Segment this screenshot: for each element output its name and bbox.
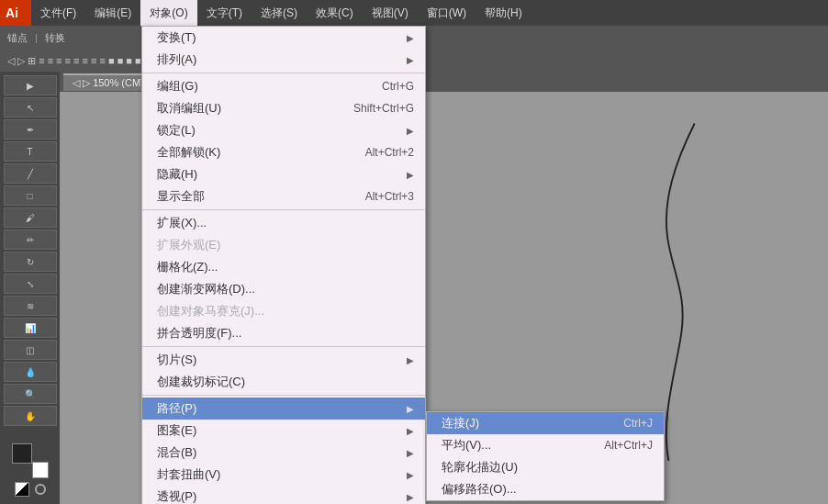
menu-envelope-label: 封套扭曲(V) — [157, 466, 220, 483]
menu-unlock-all-shortcut: Alt+Ctrl+2 — [365, 146, 414, 159]
menu-show-all-label: 显示全部 — [157, 188, 205, 205]
tool-zoom[interactable]: 🔍 — [4, 384, 57, 404]
menu-lock-label: 锁定(L) — [157, 122, 196, 139]
submenu-join[interactable]: 连接(J) Ctrl+J — [427, 412, 664, 434]
sep-4 — [142, 395, 425, 396]
menu-lock[interactable]: 锁定(L) ▶ — [142, 119, 425, 141]
menu-crop-marks-label: 创建裁切标记(C) — [157, 374, 245, 390]
menu-expand[interactable]: 扩展(X)... — [142, 212, 425, 234]
menu-unlock-all-label: 全部解锁(K) — [157, 144, 220, 161]
menu-expand-label: 扩展(X)... — [157, 215, 207, 231]
menu-file[interactable]: 文件(F) — [31, 0, 85, 26]
object-menu-dropdown: 变换(T) ▶ 排列(A) ▶ 编组(G) Ctrl+G 取消编组(U) Shi… — [141, 26, 426, 504]
color-swatches — [12, 443, 49, 500]
menu-group-label: 编组(G) — [157, 78, 198, 95]
tool-pen[interactable]: ✒ — [4, 119, 57, 140]
background-swatch[interactable] — [32, 462, 49, 478]
left-sidebar: ▶ ↖ ✒ T ╱ □ 🖌 ✏ ↻ ⤡ ≋ 📊 ◫ 💧 🔍 ✋ — [0, 72, 60, 504]
menu-mosaic-label: 创建对象马赛克(J)... — [157, 303, 264, 319]
menu-text[interactable]: 文字(T) — [197, 0, 252, 26]
menu-arrange[interactable]: 排列(A) ▶ — [142, 49, 425, 71]
menu-blend[interactable]: 混合(B) ▶ — [142, 442, 425, 464]
tool-gradient[interactable]: ◫ — [4, 340, 57, 360]
menu-view[interactable]: 视图(V) — [363, 0, 418, 26]
tool-line[interactable]: ╱ — [4, 163, 57, 184]
tool-graph[interactable]: 📊 — [4, 318, 57, 338]
tool-rect[interactable]: □ — [4, 185, 57, 206]
menu-path-arrow: ▶ — [407, 404, 414, 414]
menu-lock-arrow: ▶ — [407, 126, 414, 136]
menu-rasterize[interactable]: 栅格化(Z)... — [142, 256, 425, 278]
menu-select[interactable]: 选择(S) — [252, 0, 307, 26]
menu-flatten-transparency-label: 拼合透明度(F)... — [157, 325, 241, 342]
tool-rotate[interactable]: ↻ — [4, 252, 57, 272]
menu-perspective-label: 透视(P) — [157, 488, 196, 504]
menu-flatten-transparency[interactable]: 拼合透明度(F)... — [142, 322, 425, 344]
menu-path[interactable]: 路径(P) ▶ — [142, 398, 425, 420]
sep-3 — [142, 346, 425, 347]
tool-scale[interactable]: ⤡ — [4, 274, 57, 294]
menu-perspective[interactable]: 透视(P) ▶ — [142, 486, 425, 504]
menu-rasterize-label: 栅格化(Z)... — [157, 259, 218, 275]
tool-paintbrush[interactable]: 🖌 — [4, 207, 57, 228]
tool-select[interactable]: ▶ — [4, 75, 57, 95]
menu-ungroup[interactable]: 取消编组(U) Shift+Ctrl+G — [142, 97, 425, 119]
menu-expand-appearance-label: 扩展外观(E) — [157, 237, 220, 253]
menu-arrange-label: 排列(A) — [157, 51, 196, 68]
menu-slice-label: 切片(S) — [157, 352, 196, 368]
sep-2 — [142, 209, 425, 210]
tool-warp[interactable]: ≋ — [4, 296, 57, 316]
path-submenu-dropdown: 连接(J) Ctrl+J 平均(V)... Alt+Ctrl+J 轮廓化描边(U… — [426, 411, 665, 501]
menu-hide-arrow: ▶ — [407, 170, 414, 180]
menu-object[interactable]: 对象(O) — [140, 0, 196, 26]
tool-eyedropper[interactable]: 💧 — [4, 362, 57, 382]
menu-envelope[interactable]: 封套扭曲(V) ▶ — [142, 464, 425, 486]
submenu-average[interactable]: 平均(V)... Alt+Ctrl+J — [427, 434, 664, 456]
submenu-outline-stroke-label: 轮廓化描边(U) — [442, 459, 518, 476]
foreground-swatch[interactable] — [12, 443, 32, 464]
app-logo: Ai — [0, 0, 31, 26]
sep-1 — [142, 73, 425, 73]
menu-transform-label: 变换(T) — [157, 29, 196, 46]
submenu-join-label: 连接(J) — [442, 415, 479, 431]
tool-type[interactable]: T — [4, 141, 57, 162]
menu-edit[interactable]: 编辑(E) — [85, 0, 140, 26]
menu-slice[interactable]: 切片(S) ▶ — [142, 349, 425, 371]
menu-unlock-all[interactable]: 全部解锁(K) Alt+Ctrl+2 — [142, 141, 425, 163]
menu-slice-arrow: ▶ — [407, 355, 414, 365]
menu-envelope-arrow: ▶ — [407, 470, 414, 480]
none-icon[interactable] — [35, 484, 46, 495]
menu-pattern[interactable]: 图案(E) ▶ — [142, 420, 425, 442]
menu-hide[interactable]: 隐藏(H) ▶ — [142, 163, 425, 185]
submenu-outline-stroke[interactable]: 轮廓化描边(U) — [427, 456, 664, 478]
menu-crop-marks[interactable]: 创建裁切标记(C) — [142, 371, 425, 393]
menu-expand-appearance[interactable]: 扩展外观(E) — [142, 234, 425, 256]
menu-group-shortcut: Ctrl+G — [382, 80, 414, 93]
menu-path-label: 路径(P) — [157, 400, 196, 417]
toolbar-icons: ◁ ▷ ⊞ ≡ ≡ ≡ ≡ ≡ ≡ ≡ ≡ ■ ■ ■ ■ — [4, 55, 145, 67]
menu-show-all[interactable]: 显示全部 Alt+Ctrl+3 — [142, 185, 425, 207]
tool-hand[interactable]: ✋ — [4, 406, 57, 426]
menu-group[interactable]: 编组(G) Ctrl+G — [142, 75, 425, 97]
fill-stroke-icon[interactable] — [15, 482, 29, 497]
transform-label: 转换 — [41, 30, 69, 46]
tool-direct-select[interactable]: ↖ — [4, 97, 57, 118]
anchor-label: 锚点 — [4, 30, 31, 46]
menu-arrange-arrow: ▶ — [407, 55, 414, 65]
menu-effect[interactable]: 效果(C) — [307, 0, 363, 26]
menu-transform-arrow: ▶ — [407, 33, 414, 43]
toolbar-separator: | — [35, 32, 38, 43]
menu-transform[interactable]: 变换(T) ▶ — [142, 27, 425, 49]
menu-gradient-mesh[interactable]: 创建渐变网格(D)... — [142, 278, 425, 300]
menu-window[interactable]: 窗口(W) — [418, 0, 476, 26]
menu-ungroup-label: 取消编组(U) — [157, 100, 221, 117]
menu-help[interactable]: 帮助(H) — [476, 0, 531, 26]
submenu-average-shortcut: Alt+Ctrl+J — [604, 439, 653, 452]
menu-bar: Ai 文件(F) 编辑(E) 对象(O) 文字(T) 选择(S) 效果(C) 视… — [0, 0, 828, 26]
submenu-join-shortcut: Ctrl+J — [623, 417, 653, 430]
menu-hide-label: 隐藏(H) — [157, 166, 197, 183]
menu-gradient-mesh-label: 创建渐变网格(D)... — [157, 281, 255, 297]
submenu-offset-path[interactable]: 偏移路径(O)... — [427, 478, 664, 500]
tool-pencil[interactable]: ✏ — [4, 230, 57, 250]
menu-mosaic[interactable]: 创建对象马赛克(J)... — [142, 300, 425, 322]
